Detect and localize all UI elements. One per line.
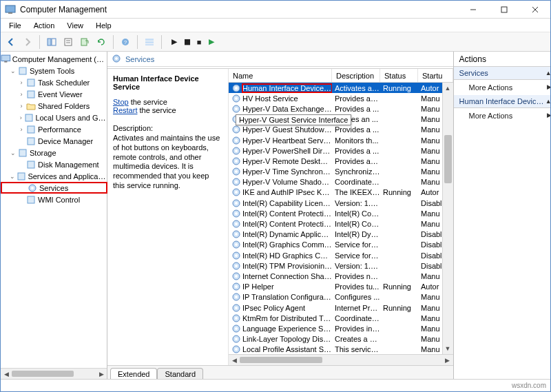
tree-hscrollbar[interactable]: ◀ ▶ [1,368,107,379]
navigation-tree[interactable]: Computer Management (Local ⌄System Tools… [1,52,107,368]
tree-item[interactable]: ›Local Users and Groups [1,112,107,123]
close-button[interactable] [519,1,550,18]
service-row[interactable]: Hyper-V Remote Desktop Vi... Provides a … [229,156,442,166]
tab-standard[interactable]: Standard [157,368,203,379]
list-hscroll-track[interactable] [240,355,442,365]
stop-service-link[interactable]: Stop [113,98,129,106]
service-row[interactable]: Internet Connection Sharin... Provides n… [229,271,442,281]
service-row[interactable]: Local Profile Assistant Serv... This ser… [229,344,442,354]
service-row[interactable]: IKE and AuthIP IPsec Keying... The IKEEX… [229,187,442,198]
scroll-down-icon[interactable]: ▼ [443,343,453,354]
twist-icon[interactable]: ⌄ [9,68,17,74]
tree-item[interactable]: ›Event Viewer [1,88,107,100]
service-row[interactable]: IPsec Policy Agent Internet Pro... Runni… [229,302,442,313]
scroll-left-icon[interactable]: ◀ [1,371,12,378]
play-icon[interactable]: ▶ [170,37,178,46]
export-button[interactable] [77,34,92,50]
actions-section-selected[interactable]: Human Interface Device Ser... ▲ [454,95,550,108]
tree-item[interactable]: ⌄Services and Applications [1,170,107,182]
scroll-right-icon[interactable]: ▶ [442,357,453,364]
twist-icon[interactable]: › [17,79,25,86]
list-hscroll-thumb[interactable] [240,357,322,363]
service-row[interactable]: Hyper-V PowerShell Direct ... Provides a… [229,145,442,156]
service-row[interactable]: Intel(R) TPM Provisioning S... Version: … [229,260,442,271]
twist-icon[interactable]: › [17,114,24,121]
tree-item[interactable]: ›Performance [1,123,107,135]
menu-view[interactable]: View [61,20,89,31]
tree-item[interactable]: ⌄System Tools [1,65,107,76]
vertical-scrollbar[interactable]: ▲ ▼ [442,83,453,354]
service-name: IPsec Policy Agent [242,304,305,312]
actions-section-services[interactable]: Services ▲ [454,67,550,80]
service-row[interactable]: Intel(R) Dynamic Applicatio... Intel(R) … [229,229,442,240]
list-hscrollbar[interactable]: ◀ ▶ [229,354,453,365]
twist-icon[interactable]: › [17,91,25,98]
service-row[interactable]: Intel(R) HD Graphics Control... Service … [229,250,442,260]
service-row[interactable]: Hyper-V Volume Shadow C... Coordinates..… [229,177,442,187]
tree-item[interactable]: ⌄Storage [1,147,107,158]
tree-hscroll-track[interactable] [12,369,96,379]
vscroll-thumb[interactable] [444,135,452,183]
maximize-button[interactable] [488,1,519,18]
tree-item[interactable]: ›Task Scheduler [1,76,107,88]
tree-item[interactable]: ›Shared Folders [1,100,107,112]
col-name[interactable]: Name [229,69,332,82]
tree-item-label: Task Scheduler [38,79,90,87]
tree-item[interactable]: WMI Control [1,194,107,205]
twist-icon[interactable]: › [17,126,25,133]
more-actions-2[interactable]: More Actions ▶ [454,108,550,123]
service-row[interactable]: IP Helper Provides tu... Running Autor [229,282,442,292]
service-row[interactable]: KtmRm for Distributed Tran... Coordinate… [229,313,442,323]
minimize-button[interactable] [457,1,488,18]
restart-icon[interactable]: ▶ [207,37,216,46]
menu-action[interactable]: Action [28,20,61,31]
detail-view-button[interactable] [142,34,157,50]
service-row[interactable]: IP Translation Configuratio... Configure… [229,292,442,302]
cell-name: IPsec Policy Agent [229,303,332,313]
tree-hscroll-thumb[interactable] [12,371,74,377]
menu-help[interactable]: Help [90,20,117,31]
service-row[interactable]: Link-Layer Topology Discov... Creates a … [229,334,442,344]
col-description[interactable]: Description [332,69,380,82]
service-row[interactable]: Intel(R) Graphics Command... Service for… [229,240,442,250]
twist-icon[interactable]: ⌄ [9,149,17,156]
twist-icon[interactable]: ⌄ [9,173,17,180]
vscroll-track[interactable] [443,94,453,343]
menu-file[interactable]: File [3,20,27,31]
forward-button[interactable] [20,34,35,50]
properties-button[interactable] [61,34,76,50]
service-row[interactable]: Intel(R) Content Protection ... Intel(R)… [229,218,442,229]
service-row[interactable]: Hyper-V Data Exchange Ser... Provides a … [229,103,442,114]
tree-item[interactable]: Device Manager [1,135,107,147]
svg-point-52 [235,180,238,183]
more-actions-1[interactable]: More Actions ▶ [454,80,550,95]
cell-name: Hyper-V Time Synchronizati... [229,167,332,176]
restart-service-link[interactable]: Restart [113,106,137,114]
list-rows[interactable]: Human Interface Device Ser... Activates … [229,83,442,354]
service-row[interactable]: Intel(R) Capability Licensing... Version… [229,198,442,208]
stop-icon[interactable]: ■ [195,38,203,46]
tree-item[interactable]: Services [1,182,107,194]
service-row[interactable]: Intel(R) Content Protection ... Intel(R)… [229,208,442,218]
refresh-button[interactable] [94,34,109,50]
tab-extended[interactable]: Extended [110,368,157,379]
service-row[interactable]: Language Experience Service Provides inf… [229,323,442,333]
service-row[interactable]: HV Host Service Provides an ... Manu [229,93,442,103]
service-row[interactable]: Hyper-V Heartbeat Service Monitors th...… [229,135,442,145]
service-name: HV Host Service [242,94,298,103]
col-status[interactable]: Status [380,69,418,82]
scroll-left-icon[interactable]: ◀ [229,357,240,364]
scroll-right-icon[interactable]: ▶ [96,371,107,378]
col-startup[interactable]: Startu [418,69,453,82]
tree-root[interactable]: Computer Management (Local [1,53,107,65]
back-button[interactable] [3,34,19,50]
twist-icon[interactable]: › [17,103,25,110]
show-hide-tree-button[interactable] [44,34,59,50]
help-button[interactable]: ? [118,34,133,50]
pause-icon[interactable]: ▮▮ [183,37,191,46]
scroll-up-icon[interactable]: ▲ [443,83,453,94]
service-row[interactable]: Hyper-V Guest Shutdown S... Provides a .… [229,125,442,135]
service-row[interactable]: Hyper-V Time Synchronizati... Synchroniz… [229,167,442,177]
service-row[interactable]: Human Interface Device Ser... Activates … [229,83,442,93]
tree-item[interactable]: Disk Management [1,158,107,170]
